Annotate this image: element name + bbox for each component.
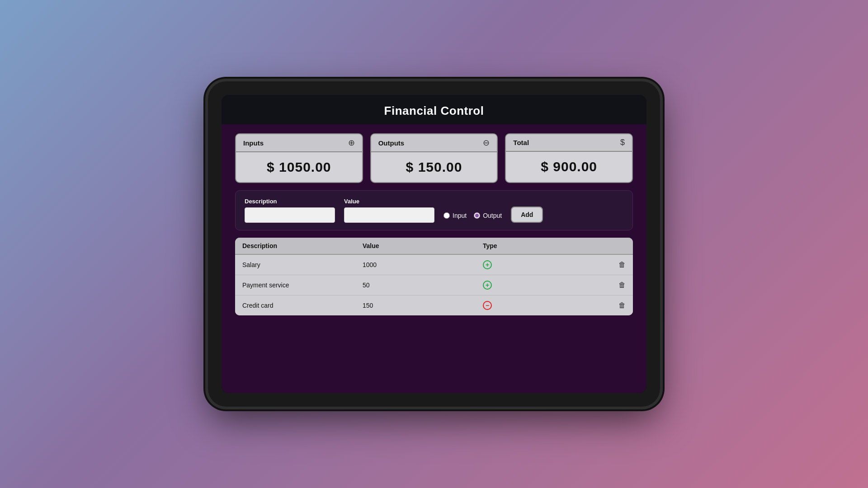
row-description: Payment service — [242, 282, 363, 289]
table-row: Payment service 50 + 🗑 — [235, 275, 633, 296]
header-bar: Financial Control — [222, 95, 646, 124]
app-container: Financial Control Inputs ⊕ $ 1050.00 Out… — [222, 95, 646, 393]
delete-icon[interactable]: 🗑 — [603, 281, 626, 289]
app-title: Financial Control — [240, 104, 628, 118]
radio-output-label: Output — [483, 212, 502, 219]
tablet-frame: Financial Control Inputs ⊕ $ 1050.00 Out… — [208, 81, 660, 407]
outputs-card-header: Outputs ⊖ — [371, 134, 497, 152]
type-radio-group: Input Output — [443, 212, 502, 223]
col-description: Description — [242, 242, 363, 249]
row-actions: 🗑 — [603, 281, 626, 289]
total-card-header: Total $ — [506, 134, 632, 152]
output-type-icon: − — [483, 301, 603, 310]
total-card: Total $ $ 900.00 — [505, 133, 633, 183]
table-row: Salary 1000 + 🗑 — [235, 255, 633, 275]
value-input[interactable] — [344, 207, 434, 223]
inputs-card-header: Inputs ⊕ — [236, 134, 362, 152]
description-label: Description — [245, 198, 335, 205]
col-actions — [603, 242, 626, 249]
radio-input-option[interactable]: Input — [443, 212, 467, 219]
row-value: 50 — [363, 282, 483, 289]
form-row: Description Value Input — [245, 198, 623, 223]
outputs-down-icon: ⊖ — [483, 138, 490, 148]
input-type-icon: + — [483, 281, 603, 290]
outputs-card: Outputs ⊖ $ 150.00 — [370, 133, 498, 183]
transactions-table: Description Value Type Salary 1000 + 🗑 — [235, 238, 633, 315]
radio-input[interactable] — [443, 212, 450, 219]
table-row: Credit card 150 − 🗑 — [235, 296, 633, 315]
radio-output-option[interactable]: Output — [474, 212, 502, 219]
row-value: 150 — [363, 302, 483, 309]
col-type: Type — [483, 242, 603, 249]
inputs-card-label: Inputs — [243, 139, 264, 147]
add-button[interactable]: Add — [511, 206, 543, 223]
row-actions: 🗑 — [603, 301, 626, 310]
row-type: − — [483, 301, 603, 310]
value-group: Value — [344, 198, 434, 223]
row-description: Credit card — [242, 302, 363, 309]
row-type: + — [483, 260, 603, 269]
total-card-label: Total — [513, 139, 529, 146]
main-content: Inputs ⊕ $ 1050.00 Outputs ⊖ $ 150.00 To… — [222, 124, 646, 393]
description-input[interactable] — [245, 207, 335, 223]
inputs-card: Inputs ⊕ $ 1050.00 — [235, 133, 363, 183]
inputs-value: $ 1050.00 — [236, 152, 362, 182]
table-header: Description Value Type — [235, 238, 633, 255]
outputs-value: $ 150.00 — [371, 152, 497, 182]
delete-icon[interactable]: 🗑 — [603, 261, 626, 269]
description-group: Description — [245, 198, 335, 223]
input-type-icon: + — [483, 260, 603, 269]
outputs-card-label: Outputs — [378, 139, 405, 147]
form-section: Description Value Input — [235, 190, 633, 230]
summary-cards: Inputs ⊕ $ 1050.00 Outputs ⊖ $ 150.00 To… — [235, 133, 633, 183]
row-description: Salary — [242, 261, 363, 268]
total-dollar-icon: $ — [620, 138, 625, 147]
total-value: $ 900.00 — [506, 152, 632, 182]
delete-icon[interactable]: 🗑 — [603, 301, 626, 310]
row-value: 1000 — [363, 261, 483, 268]
row-type: + — [483, 281, 603, 290]
inputs-up-icon: ⊕ — [348, 138, 355, 148]
radio-output[interactable] — [474, 212, 480, 219]
value-label: Value — [344, 198, 434, 205]
row-actions: 🗑 — [603, 261, 626, 269]
radio-input-label: Input — [453, 212, 467, 219]
col-value: Value — [363, 242, 483, 249]
